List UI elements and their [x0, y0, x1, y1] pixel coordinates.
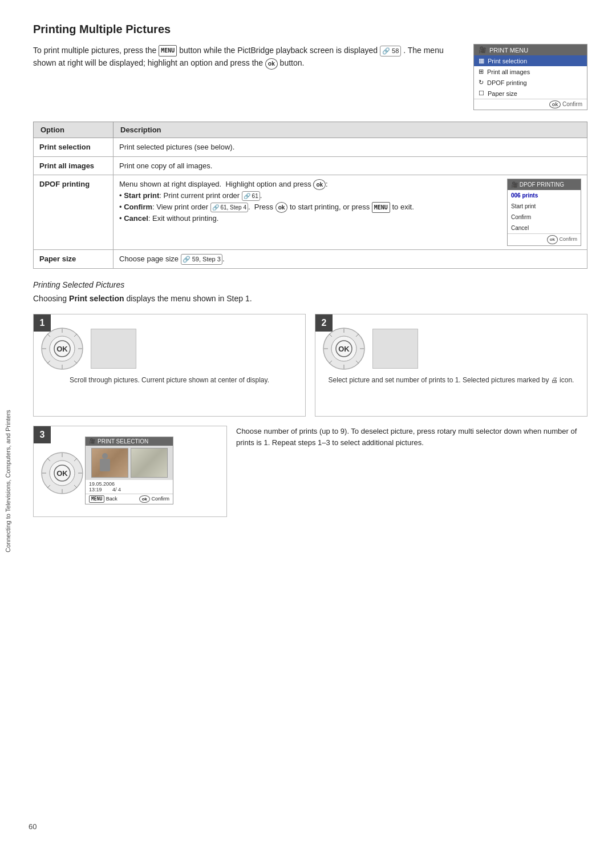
- option-paper-size: Paper size: [34, 250, 114, 269]
- intro-text: To print multiple pictures, press the ME…: [33, 44, 462, 70]
- ok-button-icon: ok: [265, 58, 278, 70]
- ps-header-label: PRINT SELECTION: [98, 438, 148, 445]
- svg-text:OK: OK: [56, 469, 68, 478]
- dpof-menu-screenshot: 🎥 DPOF PRINTING 006 prints Start print: [507, 179, 581, 246]
- step-3-block: 3: [33, 426, 227, 517]
- dpof-inner: Menu shown at right displayed. Highlight…: [119, 179, 581, 246]
- svg-text:OK: OK: [56, 345, 68, 353]
- dpof-item-1-label: Start print: [511, 203, 536, 209]
- section-title: Printing Multiple Pictures: [33, 23, 587, 36]
- table-col-description: Description: [114, 122, 587, 138]
- step-3-inner: OK 🎥 PRINT SELECTION: [39, 437, 221, 504]
- dpof-start-print: Start print: [124, 191, 159, 200]
- dial-svg-1: OK: [39, 326, 85, 371]
- print-menu-screenshot: 🎥 PRINT MENU ▦ Print selection ⊞ Print a…: [473, 44, 587, 110]
- steps-row-1-2: 1: [33, 314, 587, 417]
- dpof-item-3-label: Cancel: [511, 225, 529, 231]
- ps-info: 19.05.2006 13:19 4/ 4: [86, 480, 173, 494]
- dial-svg-2: OK: [321, 326, 367, 371]
- option-print-all: Print all images: [34, 156, 114, 175]
- ps-footer: MENU Back ok Confirm: [86, 494, 173, 504]
- ps-time: 13:19: [89, 487, 102, 492]
- dpof-item-0-label: 006 prints: [511, 192, 538, 199]
- side-tab: Connecting to Televisions, Computers, an…: [0, 114, 16, 848]
- print-menu-item-2: ↻ DPOF printing: [474, 77, 587, 88]
- step-1-dial: OK: [39, 326, 85, 371]
- ps-cam-icon: 🎥: [89, 438, 95, 444]
- dpof-item-1: Start print: [508, 201, 581, 212]
- page-ref-58: 🔗 58: [380, 46, 401, 57]
- intro-line4: button.: [280, 58, 305, 67]
- print-menu-header: 🎥 PRINT MENU: [474, 45, 587, 55]
- print-menu-item-1: ⊞ Print all images: [474, 66, 587, 77]
- svg-text:OK: OK: [338, 345, 350, 353]
- dpof-cancel: Cancel: [124, 214, 148, 223]
- print-menu-item-3-label: Paper size: [488, 90, 517, 97]
- ps-image-area: [86, 446, 173, 480]
- step-3-row: 3: [33, 426, 587, 517]
- ps-back-label: MENU Back: [89, 495, 117, 503]
- dpof-item-0: 006 prints: [508, 190, 581, 201]
- step-1-thumbnail: [91, 329, 136, 369]
- dpof-menu-footer: ok Confirm: [508, 233, 581, 245]
- step-1-block: 1: [33, 314, 306, 417]
- dpof-item-3: Cancel: [508, 223, 581, 233]
- intro-line2: button while the PictBridge playback scr…: [179, 46, 380, 55]
- dpof-ref-61: 🔗 61: [242, 191, 260, 201]
- intro-section: To print multiple pictures, press the ME…: [33, 44, 587, 110]
- print-menu-item-3: ☐ Paper size: [474, 88, 587, 99]
- ps-thumb-1: [91, 448, 128, 478]
- page-container: Connecting to Televisions, Computers, an…: [0, 0, 616, 848]
- printing-selected-intro: Choosing Print selection displays the me…: [33, 293, 587, 305]
- page-number: 60: [29, 822, 37, 831]
- dpof-text: Menu shown at right displayed. Highlight…: [119, 179, 499, 224]
- ps-confirm-label: ok Confirm: [139, 495, 169, 503]
- step-2-caption: Select picture and set number of prints …: [321, 376, 581, 384]
- table-row-dpof: DPOF printing Menu shown at right displa…: [34, 175, 587, 250]
- step-2-dial: OK: [321, 326, 367, 371]
- main-content: Printing Multiple Pictures To print mult…: [16, 0, 616, 848]
- step-1-content: OK: [39, 326, 299, 371]
- desc-paper-size: Choose page size 🔗 59, Step 3.: [114, 250, 587, 269]
- step-2-block: 2: [315, 314, 587, 417]
- table-col-option: Option: [34, 122, 114, 138]
- dpof-item-2: Confirm: [508, 212, 581, 223]
- dpof-footer-label: Confirm: [559, 236, 577, 242]
- step-3-text: Choose number of prints (up to 9). To de…: [236, 426, 587, 449]
- step-2-thumbnail: [372, 329, 418, 369]
- ps-date: 19.05.2006: [89, 481, 115, 487]
- print-menu-item-2-label: DPOF printing: [487, 79, 527, 86]
- print-menu-item-1-label: Print all images: [487, 68, 530, 75]
- print-menu-footer-label: Confirm: [562, 101, 582, 107]
- dpof-menu-icon: MENU: [372, 202, 390, 213]
- dpof-confirm-ok-icon: ok: [547, 235, 558, 244]
- ps-header: 🎥 PRINT SELECTION: [86, 437, 173, 446]
- print-menu-footer: ok Confirm: [474, 99, 587, 110]
- desc-dpof: Menu shown at right displayed. Highlight…: [114, 175, 587, 250]
- ps-ok-icon: ok: [139, 495, 150, 503]
- option-print-selection: Print selection: [34, 138, 114, 157]
- print-menu-item-0: ▦ Print selection: [474, 55, 587, 66]
- desc-print-selection: Print selected pictures (see below).: [114, 138, 587, 157]
- dpof-item-2-label: Confirm: [511, 214, 531, 220]
- dpof-ok-icon: ok: [313, 179, 326, 190]
- print-sel-icon: ▦: [479, 57, 484, 64]
- desc-print-all: Print one copy of all images.: [114, 156, 587, 175]
- dpof-menu-header: 🎥 DPOF PRINTING: [508, 179, 581, 190]
- dpof-menu-header-label: DPOF PRINTING: [520, 181, 564, 188]
- table-row-print-all: Print all images Print one copy of all i…: [34, 156, 587, 175]
- camera-icon: 🎥: [479, 46, 487, 54]
- table-row-print-selection: Print selection Print selected pictures …: [34, 138, 587, 157]
- intro-line1: To print multiple pictures, press the: [33, 46, 159, 55]
- step-1-caption: Scroll through pictures. Current picture…: [39, 376, 299, 384]
- option-dpof: DPOF printing: [34, 175, 114, 250]
- confirm-ok-icon: ok: [549, 100, 561, 108]
- print-all-icon: ⊞: [479, 68, 484, 75]
- step-3-dial: OK: [39, 450, 79, 490]
- print-selection-screen: 🎥 PRINT SELECTION: [85, 437, 173, 504]
- ps-count: 4/ 4: [112, 487, 121, 492]
- table-row-paper-size: Paper size Choose page size 🔗 59, Step 3…: [34, 250, 587, 269]
- print-menu-header-label: PRINT MENU: [489, 47, 528, 54]
- dpof-ok-icon2: ok: [275, 202, 288, 213]
- paper-size-ref: 🔗 59, Step 3: [181, 254, 222, 265]
